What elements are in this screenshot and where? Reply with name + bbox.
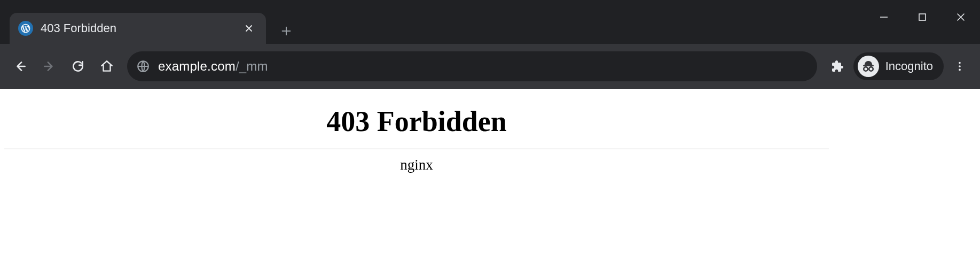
tab-title: 403 Forbidden [41, 21, 234, 35]
viewport: 403 Forbidden nginx [0, 89, 980, 268]
home-icon [100, 59, 114, 73]
arrow-right-icon [42, 59, 56, 73]
incognito-indicator[interactable]: Incognito [853, 52, 944, 80]
error-heading: 403 Forbidden [4, 105, 829, 138]
back-button[interactable] [7, 53, 33, 79]
svg-point-5 [959, 62, 961, 64]
incognito-icon [858, 56, 879, 77]
error-page: 403 Forbidden nginx [0, 89, 833, 179]
svg-point-3 [864, 67, 868, 71]
server-name: nginx [4, 157, 829, 173]
url-text: example.com/_mm [158, 59, 268, 74]
close-icon [956, 12, 966, 22]
new-tab-button[interactable] [273, 18, 299, 44]
svg-rect-2 [863, 65, 874, 67]
minimize-button[interactable] [865, 4, 903, 30]
reload-icon [71, 59, 85, 73]
wordpress-icon [18, 21, 33, 36]
window-close-button[interactable] [942, 4, 980, 30]
incognito-label: Incognito [885, 59, 933, 73]
divider [4, 149, 829, 149]
minimize-icon [879, 12, 889, 22]
window-controls [865, 0, 980, 44]
tab-strip: 403 Forbidden [0, 0, 865, 44]
url-domain: example.com [158, 59, 236, 73]
svg-rect-0 [919, 14, 926, 20]
svg-point-6 [959, 65, 961, 67]
tab-active[interactable]: 403 Forbidden [10, 13, 266, 44]
browser-window: 403 Forbidden [0, 0, 980, 268]
toolbar: example.com/_mm Incognito [0, 44, 980, 89]
svg-point-7 [959, 69, 961, 71]
extensions-button[interactable] [825, 53, 850, 79]
address-bar[interactable]: example.com/_mm [127, 51, 817, 81]
globe-icon [136, 59, 151, 74]
kebab-icon [954, 60, 966, 72]
menu-button[interactable] [947, 53, 973, 79]
maximize-button[interactable] [903, 4, 942, 30]
svg-point-4 [869, 67, 873, 71]
arrow-left-icon [13, 59, 27, 73]
reload-button[interactable] [65, 53, 91, 79]
tab-close-button[interactable] [241, 21, 256, 36]
toolbar-right: Incognito [825, 52, 973, 80]
puzzle-icon [831, 60, 844, 73]
url-path: /_mm [236, 59, 268, 73]
titlebar: 403 Forbidden [0, 0, 980, 44]
forward-button[interactable] [36, 53, 62, 79]
plus-icon [280, 25, 292, 37]
home-button[interactable] [94, 53, 120, 79]
close-icon [245, 24, 253, 33]
maximize-icon [918, 13, 927, 21]
